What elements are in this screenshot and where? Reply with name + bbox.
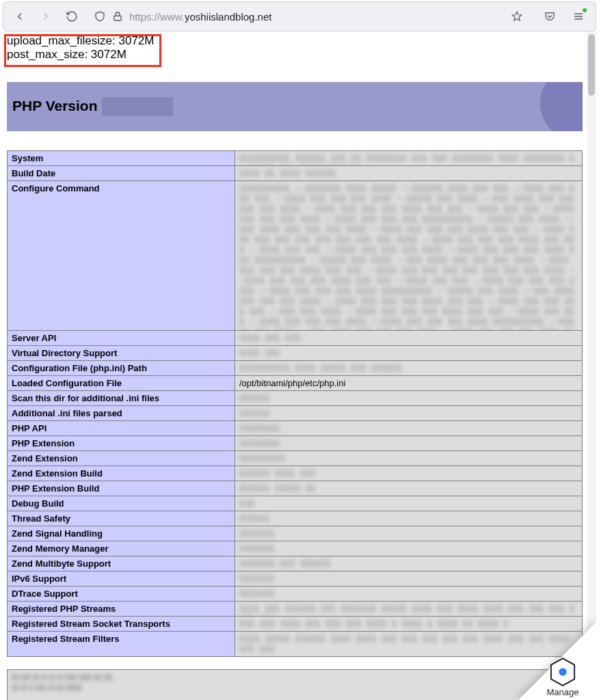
table-row: Zend Extensioniiiiiiiii (8, 451, 583, 466)
row-key: Configuration File (php.ini) Path (8, 361, 235, 376)
address-bar[interactable]: https://www.yoshiislandblog.net (88, 7, 533, 26)
row-key: Zend Extension (8, 451, 235, 466)
phpinfo-footer-box: iiii iiiii iiii iii iii iii iiiiii iiiii… (7, 669, 583, 700)
row-key: Loaded Configuration File (8, 376, 235, 391)
row-value: iiii iiiii iiiiii iiii iiii iii iii iii … (235, 632, 583, 657)
table-row: Scan this dir for additional .ini filesi… (8, 391, 583, 406)
row-value: iiii iii iiiiii iii iiiiiii iiiii iiii i… (235, 602, 583, 617)
table-row: Registered Stream Filtersiiii iiiii iiii… (8, 632, 583, 657)
row-value: iiiiiii (235, 526, 583, 541)
row-value: iiiiii (235, 406, 583, 421)
row-value: iiiiiiiiii iiiiii iii ii iiiiiiii iii ii… (235, 151, 583, 166)
row-key: Zend Memory Manager (8, 541, 235, 556)
row-key: Debug Build (8, 496, 235, 511)
table-row: PHP Extension Buildiiiiii iiiii ii (8, 481, 583, 496)
row-value: iiiiiii (235, 571, 583, 587)
manage-label: Manage (532, 687, 594, 697)
row-value: iiiiiii (235, 541, 583, 556)
row-key: Thread Safety (8, 511, 235, 526)
row-key: Virtual Directory Support (8, 346, 235, 361)
row-value: iiiiiii (235, 587, 583, 602)
table-row: Additional .ini files parsediiiiii (8, 406, 583, 421)
row-value: iiii iii (235, 346, 583, 361)
ini-output: upload_max_filesize: 3072M post_max_size… (3, 31, 587, 63)
table-row: Registered PHP Streamsiiii iii iiiiii ii… (8, 602, 583, 617)
lock-icon (111, 10, 124, 23)
app-menu-button[interactable] (568, 6, 589, 27)
table-row: Configuration File (php.ini) Pathiiiiiii… (8, 361, 583, 376)
post-max-size-line: post_max_size: 3072M (7, 48, 583, 62)
scrollbar-track[interactable] (587, 31, 596, 700)
bookmark-star-icon[interactable] (507, 6, 527, 27)
phpinfo-section: PHP Version Systemiiiiiiiiii iiiiii iii … (3, 63, 587, 700)
scrollbar-thumb[interactable] (588, 34, 595, 96)
url-text: https://www.yoshiislandblog.net (129, 11, 271, 23)
row-key: Zend Signal Handling (8, 526, 235, 541)
page-viewport: upload_max_filesize: 3072M post_max_size… (3, 31, 596, 700)
row-value: iiiiii (235, 391, 583, 406)
php-version-redacted (102, 97, 173, 116)
row-value: iiii iii iii (235, 331, 583, 346)
table-row: Configure Commandiiiiiiiiii --iiiiiii ii… (8, 181, 583, 331)
row-value: iiiiii iiiii ii (235, 481, 583, 496)
manage-hex-icon (550, 657, 576, 687)
back-button[interactable] (10, 7, 29, 26)
upload-max-filesize-line: upload_max_filesize: 3072M (7, 34, 583, 48)
table-row: Build Dateiiii ii iiii iiiiii (8, 166, 583, 181)
svg-rect-0 (114, 16, 122, 21)
row-key: Server API (8, 331, 235, 346)
row-key: PHP Extension (8, 436, 235, 451)
table-row: PHP Extensioniiiiiiii (8, 436, 583, 451)
svg-marker-1 (512, 12, 522, 21)
table-row: Zend Memory Manageriiiiiii (8, 541, 583, 556)
phpinfo-title: PHP Version (12, 97, 173, 116)
row-value: iiiiiiiiii --iiiiiii iiii iiiii --iiiiii… (235, 181, 583, 331)
row-value: iiii ii iiii iiiiii (235, 166, 583, 181)
table-row: Systemiiiiiiiiii iiiiii iii ii iiiiiiii … (8, 151, 583, 166)
row-key: Configure Command (8, 181, 235, 331)
row-value: iiiiiiii (235, 421, 583, 436)
row-key: Zend Extension Build (8, 466, 235, 481)
table-row: Server APIiiii iii iii (8, 331, 583, 346)
phpinfo-header: PHP Version (7, 82, 583, 131)
row-value: iiiiiiiiii iiii iiiii iii iiiiii (235, 361, 583, 376)
shield-icon (94, 10, 106, 23)
row-key: Registered PHP Streams (8, 602, 235, 617)
reload-button[interactable] (62, 7, 81, 26)
table-row: Thread Safetyiiiiii (8, 511, 583, 526)
svg-point-6 (559, 668, 566, 675)
forward-button[interactable] (36, 7, 55, 26)
row-value: iiiiiii iii iiiiii (235, 556, 583, 571)
pocket-icon[interactable] (540, 6, 560, 27)
row-key: Registered Stream Filters (8, 632, 235, 657)
row-key: IPv6 Support (8, 571, 235, 587)
row-key: Additional .ini files parsed (8, 406, 235, 421)
table-row: PHP APIiiiiiiii (8, 421, 583, 436)
row-value: iiiiii (235, 511, 583, 526)
table-row: DTrace Supportiiiiiii (8, 587, 583, 602)
row-key: System (8, 151, 235, 166)
table-row: Loaded Configuration File/opt/bitnami/ph… (8, 376, 583, 391)
table-row: Zend Extension Buildiiiiii iiii iii (8, 466, 583, 481)
row-key: Registered Stream Socket Transports (8, 617, 235, 632)
table-row: Registered Stream Socket Transportsiii i… (8, 617, 583, 632)
table-row: Virtual Directory Supportiiii iii (8, 346, 583, 361)
row-key: DTrace Support (8, 587, 235, 602)
row-value: /opt/bitnami/php/etc/php.ini (235, 376, 583, 391)
browser-toolbar: https://www.yoshiislandblog.net (3, 1, 596, 31)
manage-badge[interactable]: Manage (532, 657, 594, 697)
row-key: PHP API (8, 421, 235, 436)
table-row: IPv6 Supportiiiiiii (8, 571, 583, 587)
table-row: Debug Buildiii (8, 496, 583, 511)
row-value: iii iii iiii iii iii iii iiii i iiii i i… (235, 617, 583, 632)
table-row: Zend Signal Handlingiiiiiii (8, 526, 583, 541)
row-value: iiiiiiii (235, 436, 583, 451)
phpinfo-table: Systemiiiiiiiiii iiiiii iii ii iiiiiiii … (7, 150, 583, 657)
row-value: iiiiiiiii (235, 451, 583, 466)
row-key: Zend Multibyte Support (8, 556, 235, 571)
row-value: iiiiii iiii iii (235, 466, 583, 481)
row-value: iii (235, 496, 583, 511)
row-key: Scan this dir for additional .ini files (8, 391, 235, 406)
row-key: PHP Extension Build (8, 481, 235, 496)
row-key: Build Date (8, 166, 235, 181)
